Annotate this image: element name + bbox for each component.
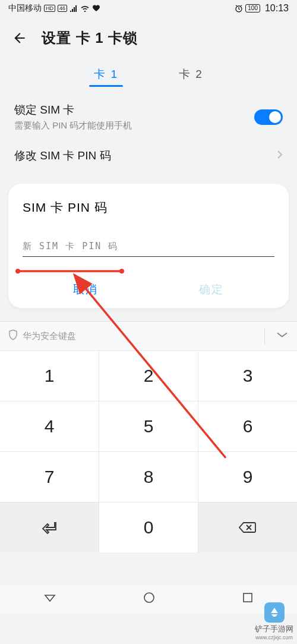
- watermark-logo-icon: [264, 602, 285, 623]
- nav-recent[interactable]: [242, 592, 254, 606]
- signal-icon: [69, 5, 78, 12]
- clock: 10:13: [265, 3, 289, 14]
- row-change-pin-title: 修改 SIM 卡 PIN 码: [14, 148, 277, 164]
- row-lock-sim-title: 锁定 SIM 卡: [14, 102, 254, 118]
- key-enter[interactable]: [0, 502, 99, 552]
- row-change-pin[interactable]: 修改 SIM 卡 PIN 码: [0, 140, 297, 172]
- divider: [264, 328, 265, 344]
- status-left: 中国移动 HD 46: [8, 3, 100, 14]
- number-keypad: 1 2 3 4 5 6 7 8 9 0: [0, 350, 297, 552]
- wifi-icon: [80, 5, 90, 12]
- key-7[interactable]: 7: [0, 452, 99, 502]
- status-right: 100 10:13: [235, 3, 289, 14]
- pin-dialog: SIM 卡 PIN 码 取消 确定: [8, 184, 289, 308]
- key-6[interactable]: 6: [198, 401, 297, 451]
- lock-sim-toggle[interactable]: [254, 109, 283, 125]
- watermark: 铲子手游网 www.czjxjc.com: [255, 602, 293, 640]
- heart-icon: [92, 5, 100, 12]
- circle-icon: [143, 591, 156, 604]
- backspace-icon: [238, 520, 258, 535]
- key-8[interactable]: 8: [99, 452, 198, 502]
- nav-bar: [0, 585, 297, 613]
- nav-home[interactable]: [143, 591, 156, 607]
- ok-button[interactable]: 确定: [148, 271, 274, 308]
- pin-input[interactable]: [23, 238, 274, 257]
- watermark-url: www.czjxjc.com: [255, 634, 293, 640]
- net-badge: 46: [58, 5, 67, 12]
- shield-icon: [8, 329, 18, 343]
- status-bar: 中国移动 HD 46 100 10:13: [0, 0, 297, 17]
- key-2[interactable]: 2: [99, 351, 198, 401]
- keyboard-label: 华为安全键盘: [23, 331, 254, 342]
- arrow-left-icon: [12, 30, 27, 46]
- key-backspace[interactable]: [198, 502, 297, 552]
- nav-back[interactable]: [43, 591, 56, 607]
- key-5[interactable]: 5: [99, 401, 198, 451]
- triangle-down-icon: [43, 591, 56, 604]
- tab-sim2[interactable]: 卡 2: [175, 62, 207, 88]
- key-1[interactable]: 1: [0, 351, 99, 401]
- key-9[interactable]: 9: [198, 452, 297, 502]
- chevron-down-icon: [276, 331, 289, 339]
- sim-tabs: 卡 1 卡 2: [0, 54, 297, 88]
- key-4[interactable]: 4: [0, 401, 99, 451]
- chevron-right-icon: [277, 150, 283, 162]
- alarm-icon: [235, 4, 243, 12]
- row-lock-sim[interactable]: 锁定 SIM 卡 需要输入 PIN 码才能使用手机: [0, 94, 297, 140]
- square-icon: [242, 592, 254, 604]
- tab-sim1[interactable]: 卡 1: [90, 62, 122, 88]
- svg-point-1: [144, 593, 154, 602]
- carrier-label: 中国移动: [8, 3, 42, 14]
- key-0[interactable]: 0: [99, 502, 198, 552]
- row-lock-sim-sub: 需要输入 PIN 码才能使用手机: [14, 120, 254, 131]
- enter-icon: [40, 520, 58, 535]
- hd-badge: HD: [44, 5, 55, 12]
- cancel-button[interactable]: 取消: [23, 271, 148, 308]
- dialog-title: SIM 卡 PIN 码: [23, 199, 274, 216]
- keyboard-header: 华为安全键盘: [0, 321, 297, 350]
- page-header: 设置 卡 1 卡锁: [0, 17, 297, 54]
- svg-rect-2: [244, 593, 252, 602]
- page-title: 设置 卡 1 卡锁: [42, 29, 138, 48]
- back-button[interactable]: [11, 29, 29, 47]
- settings-list: 锁定 SIM 卡 需要输入 PIN 码才能使用手机 修改 SIM 卡 PIN 码: [0, 88, 297, 172]
- battery-level: 100: [245, 4, 260, 12]
- watermark-name: 铲子手游网: [255, 624, 293, 634]
- keyboard-collapse-button[interactable]: [276, 331, 289, 341]
- key-3[interactable]: 3: [198, 351, 297, 401]
